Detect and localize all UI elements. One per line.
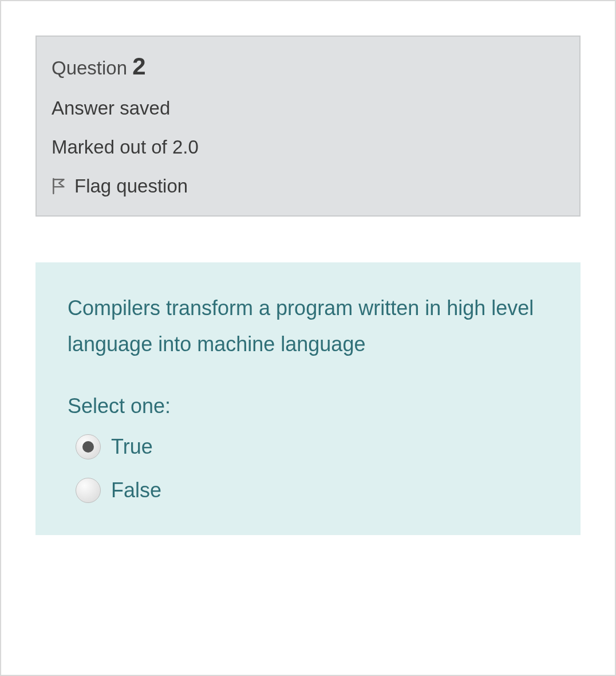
radio-false[interactable]	[76, 478, 101, 503]
option-false-label: False	[111, 478, 161, 502]
question-number: 2	[132, 53, 145, 80]
flag-icon	[52, 178, 66, 195]
option-true[interactable]: True	[76, 434, 548, 459]
radio-true-selected-indicator	[82, 441, 94, 453]
flag-label: Flag question	[74, 175, 188, 197]
quiz-container: Question 2 Answer saved Marked out of 2.…	[0, 0, 616, 676]
flag-question-link[interactable]: Flag question	[52, 175, 564, 197]
question-word: Question	[52, 57, 127, 78]
answer-status: Answer saved	[52, 97, 564, 119]
question-body: Compilers transform a program written in…	[35, 262, 581, 535]
question-text: Compilers transform a program written in…	[68, 290, 548, 362]
option-false[interactable]: False	[76, 478, 548, 503]
select-one-label: Select one:	[68, 394, 548, 418]
radio-true[interactable]	[76, 434, 101, 459]
question-title-row: Question 2	[52, 53, 564, 80]
question-header: Question 2 Answer saved Marked out of 2.…	[35, 36, 581, 217]
option-true-label: True	[111, 435, 153, 459]
marked-out-of: Marked out of 2.0	[52, 136, 564, 158]
